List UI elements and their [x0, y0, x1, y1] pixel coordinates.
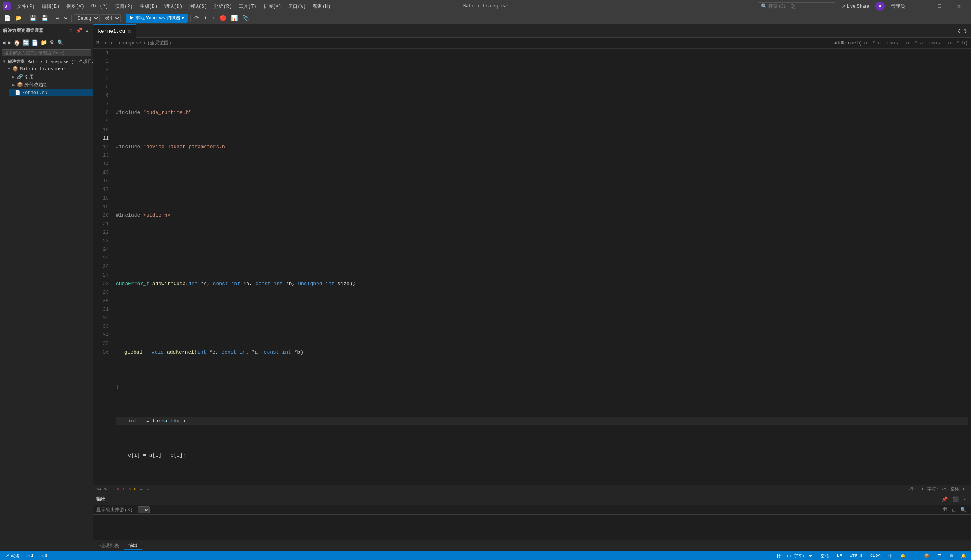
- sidebar-show-all-icon[interactable]: 👁: [49, 39, 56, 47]
- live-share-button[interactable]: ↗ Live Share: [838, 3, 872, 10]
- menu-test[interactable]: 测试(S): [186, 2, 210, 10]
- status-git[interactable]: ⎇ 就绪: [3, 553, 21, 559]
- sidebar-back-icon[interactable]: ◀: [2, 38, 6, 47]
- editor-nav-right-icon[interactable]: →: [147, 487, 149, 492]
- solution-search-input[interactable]: [2, 49, 91, 56]
- output-close-icon[interactable]: ✕: [962, 495, 968, 503]
- code-line-10: {: [116, 383, 968, 391]
- tab-chevron-left-icon[interactable]: ❮: [957, 27, 961, 35]
- sidebar-filter-icon[interactable]: 🔍: [56, 38, 65, 47]
- editor-nav-left-icon[interactable]: ←: [140, 487, 143, 492]
- warning-indicator[interactable]: ⚠ 0: [129, 486, 136, 492]
- code-line-6: [116, 245, 968, 254]
- save-all-icon[interactable]: 💾: [40, 14, 49, 22]
- external-deps-expand-icon: ▶: [12, 83, 15, 88]
- line-num-25: 25: [100, 254, 109, 262]
- sidebar-item-references[interactable]: ▶ 🔗 引用: [9, 73, 93, 81]
- attach-icon[interactable]: 📎: [241, 14, 250, 22]
- sidebar-collapse-all-icon[interactable]: ≡: [68, 26, 73, 35]
- menu-help[interactable]: 帮助(H): [310, 2, 334, 10]
- status-line-col[interactable]: 行: 11 字符: 25: [775, 553, 814, 559]
- tab-chevron-right-icon[interactable]: ❯: [963, 27, 968, 35]
- sidebar-item-solution[interactable]: ▼ 解决方案'Matrix_transpose'(1 个项目/共 1 个): [0, 58, 93, 65]
- menu-debug[interactable]: 调试(D): [161, 2, 185, 10]
- line-num-36: 36: [100, 348, 109, 357]
- menu-tools[interactable]: 工具(T): [236, 2, 260, 10]
- sidebar-item-kernel[interactable]: 📄 kernel.cu: [9, 89, 93, 96]
- menu-edit[interactable]: 编辑(E): [39, 2, 63, 10]
- tab-close-icon[interactable]: ✕: [128, 28, 131, 35]
- menu-ext[interactable]: 扩展(X): [261, 2, 285, 10]
- output-wrap-icon[interactable]: ⬚: [951, 506, 957, 514]
- sidebar-sync-icon[interactable]: 🔄: [22, 38, 30, 47]
- error-indicator[interactable]: ⊗ 1: [117, 486, 125, 492]
- editor-sep-1: |: [110, 487, 113, 492]
- sidebar-item-external-deps[interactable]: ▶ 📦 外部依赖项: [9, 81, 93, 89]
- minimize-button[interactable]: ─: [911, 0, 929, 12]
- breadcrumb-section[interactable]: (全局范围): [147, 40, 171, 46]
- manage-button[interactable]: A: [875, 2, 885, 11]
- maximize-button[interactable]: □: [931, 0, 948, 12]
- open-icon[interactable]: 📂: [14, 14, 23, 22]
- run-debugger-button[interactable]: ▶ 本地 Windows 调试器 ▾: [126, 14, 188, 23]
- debug-config-dropdown[interactable]: Debug: [74, 14, 100, 22]
- sidebar-forward-icon[interactable]: ▶: [7, 38, 12, 47]
- menu-build[interactable]: 生成(B): [137, 2, 161, 10]
- step-into-icon[interactable]: ⬇: [202, 14, 208, 22]
- editor-zoom[interactable]: 64 %: [96, 487, 107, 492]
- output-find-icon[interactable]: 🔍: [959, 506, 968, 514]
- status-layout-icon[interactable]: ☰: [936, 553, 943, 558]
- status-ext-icon[interactable]: 📦: [922, 553, 931, 558]
- breakpoint-icon[interactable]: 🔴: [218, 14, 228, 22]
- tab-kernel-cu[interactable]: kernel.cu ✕: [93, 24, 136, 38]
- status-warn-count: 0: [45, 553, 48, 558]
- sidebar-pin-icon[interactable]: 📌: [75, 26, 84, 35]
- status-warnings[interactable]: ⚠ 0: [40, 553, 49, 558]
- menu-analyze[interactable]: 分析(R): [211, 2, 235, 10]
- status-lang[interactable]: CUDA: [869, 553, 882, 558]
- sidebar-new-file-icon[interactable]: 📄: [31, 38, 39, 47]
- step-over-icon[interactable]: ⟳: [193, 14, 201, 22]
- status-input-method[interactable]: 中: [887, 553, 894, 559]
- status-lf[interactable]: LF: [835, 553, 843, 558]
- bottom-tab-errors[interactable]: 错误列表: [96, 542, 123, 550]
- status-space[interactable]: 空格: [819, 553, 831, 559]
- menu-file[interactable]: 文件(F): [14, 2, 38, 10]
- sidebar-home-icon[interactable]: 🏠: [13, 38, 21, 47]
- status-notification-icon[interactable]: 🔔: [899, 553, 907, 558]
- status-screen-icon[interactable]: 🖥: [947, 553, 955, 558]
- menu-project[interactable]: 项目(P): [112, 2, 136, 10]
- code-lines[interactable]: #include "cuda_runtime.h" #include "devi…: [113, 49, 971, 485]
- platform-dropdown[interactable]: x64: [101, 14, 121, 22]
- menu-git[interactable]: Git(G): [88, 3, 111, 10]
- output-split-icon[interactable]: ⬛: [951, 495, 960, 503]
- perf-icon[interactable]: 📊: [229, 14, 239, 22]
- undo-icon[interactable]: ↩: [54, 14, 61, 22]
- output-pin-icon[interactable]: 📌: [940, 495, 949, 503]
- sidebar-item-project[interactable]: ▼ 📦 Matrix_transpose: [5, 65, 93, 73]
- menu-window[interactable]: 窗口(W): [285, 2, 309, 10]
- code-editor[interactable]: 1 2 3 4 5 6 7 8 9 10 11 12 13 14 15 16 1: [93, 49, 971, 485]
- sidebar-close-icon[interactable]: ✕: [85, 26, 90, 35]
- live-share-label: Live Share: [847, 4, 869, 9]
- breadcrumb-file[interactable]: Matrix_transpose: [96, 40, 141, 46]
- menu-view[interactable]: 视图(V): [63, 2, 87, 10]
- bottom-tab-output[interactable]: 输出: [124, 541, 142, 550]
- global-search-box[interactable]: 🔍: [758, 2, 835, 10]
- save-icon[interactable]: 💾: [28, 14, 38, 22]
- status-errors[interactable]: ⊗ 1: [26, 553, 35, 558]
- output-source-select[interactable]: [138, 506, 150, 513]
- manage-label[interactable]: 管理员: [888, 2, 908, 10]
- status-update-icon[interactable]: ⬇: [912, 553, 918, 558]
- status-alert-icon[interactable]: 🔔: [959, 553, 968, 558]
- redo-icon[interactable]: ↪: [62, 14, 68, 22]
- new-project-icon[interactable]: 📄: [2, 14, 12, 22]
- line-num-7: 7: [100, 100, 109, 108]
- output-panel: 输出 📌 ⬛ ✕ 显示输出来源(S): 🗑 ⬚ 🔍: [93, 493, 971, 540]
- step-out-icon[interactable]: ⬆: [210, 14, 216, 22]
- status-encoding[interactable]: UTF-8: [848, 553, 864, 558]
- output-clear-icon[interactable]: 🗑: [941, 506, 949, 514]
- global-search-input[interactable]: [768, 4, 823, 9]
- close-button[interactable]: ✕: [950, 0, 968, 12]
- sidebar-new-folder-icon[interactable]: 📁: [40, 38, 48, 47]
